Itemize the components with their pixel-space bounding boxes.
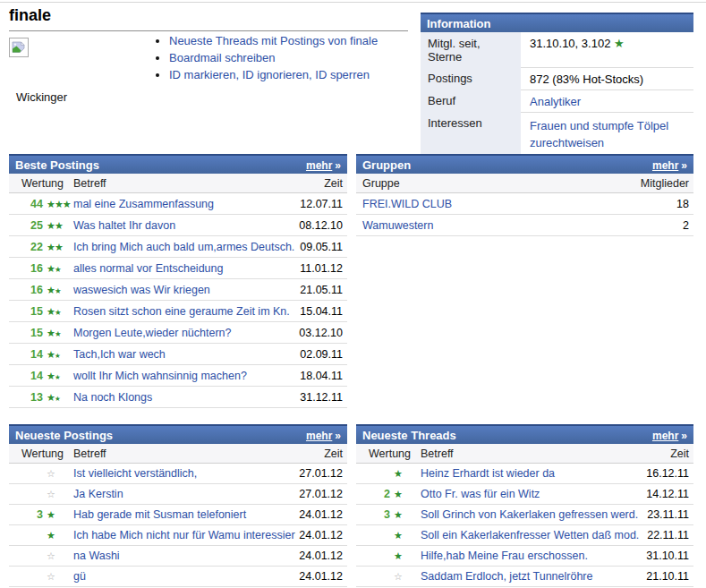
neueste-threads-table: Wertung Betreff Zeit ★ Heinz Erhardt ist… xyxy=(356,444,693,587)
information-panel: Information Mitgl. seit, Sterne 31.10.10… xyxy=(421,13,693,156)
rating-stars-icon: ★ xyxy=(43,508,55,521)
rating-value: 2 xyxy=(356,488,390,500)
subject-link[interactable]: Na noch Klongs xyxy=(73,391,152,404)
subject-link[interactable]: Ich bring Mich auch bald um,armes Deutsc… xyxy=(73,241,294,253)
column-header-wertung: Wertung xyxy=(9,444,72,464)
table-row: 16★★ alles normal vor Entscheidung 11.01… xyxy=(9,258,347,279)
column-header-betreff: Betreff xyxy=(72,174,295,193)
table-row: ★ Ich habe Mich nicht nur für Wamu inter… xyxy=(9,525,347,546)
table-row: 16★★ waswesich was Wir kriegen 21.05.11 xyxy=(9,279,347,301)
panel-title: Beste Postings xyxy=(15,158,99,172)
table-row: Postings 872 (83% Hot-Stocks) xyxy=(421,67,693,89)
rating-value: 15 xyxy=(9,327,43,339)
page-title: finale xyxy=(9,6,51,25)
post-date: 31.10.11 xyxy=(642,546,693,567)
subject-link[interactable]: Heinz Erhardt ist wieder da xyxy=(421,467,555,480)
column-header-wertung: Wertung xyxy=(9,174,72,193)
double-chevron-icon: » xyxy=(681,430,687,442)
post-date: 31.12.11 xyxy=(295,387,347,408)
double-chevron-icon: » xyxy=(335,159,341,172)
more-link[interactable]: mehr» xyxy=(306,429,341,442)
subject-link[interactable]: Ja Kerstin xyxy=(73,488,123,500)
list-item: ID markieren, ID ignorieren, ID sperren xyxy=(169,69,378,81)
subject-link[interactable]: Ich habe Mich nicht nur für Wamu interes… xyxy=(73,529,295,541)
interessen-link[interactable]: Frauen und stumpfe Tölpel zurechtweisen xyxy=(530,119,668,149)
subject-link[interactable]: Hab gerade mit Susman telefoniert xyxy=(73,508,246,521)
table-row: ☆ gü 24.01.12 xyxy=(9,567,347,587)
info-label: Mitgl. seit, Sterne xyxy=(421,32,521,67)
gruppen-panel: Gruppen mehr» Gruppe Mitglieder FREI.WIL… xyxy=(356,154,693,236)
rating-stars-icon: ★★ xyxy=(43,327,61,339)
more-link[interactable]: mehr» xyxy=(306,158,341,172)
post-date: 24.01.12 xyxy=(295,567,347,587)
info-value: 31.10.10, 3.102 ★ xyxy=(521,32,693,67)
subject-link[interactable]: Soll ein Kakerlakenfresser Wetten daß mo… xyxy=(421,529,639,541)
subject-link[interactable]: waswesich was Wir kriegen xyxy=(73,284,210,296)
rating-stars-icon: ★★ xyxy=(43,370,60,382)
table-row: 14★★ Tach,Ich war wech 02.09.11 xyxy=(9,344,347,365)
table-row: 14★★ wollt Ihr Mich wahnsinnig machen? 1… xyxy=(9,365,347,387)
rating-stars-icon: ★★★ xyxy=(43,198,71,210)
beruf-link[interactable]: Analytiker xyxy=(530,95,581,108)
panel-header: Information xyxy=(421,13,693,32)
more-link[interactable]: mehr» xyxy=(652,158,687,172)
subject-link[interactable]: Hilfe,hab Meine Frau erschossen. xyxy=(421,550,588,562)
rating-stars-icon: ☆ xyxy=(43,467,55,480)
rating-stars-icon: ★ xyxy=(390,529,402,541)
panel-title: Information xyxy=(427,17,491,30)
group-link[interactable]: FREI.WILD CLUB xyxy=(362,198,452,210)
beste-postings-panel: Beste Postings mehr» Wertung Betreff Zei… xyxy=(9,154,347,408)
subject-link[interactable]: Soll Grinch von Kakerlaken gefressen wer… xyxy=(421,508,638,521)
information-table: Mitgl. seit, Sterne 31.10.10, 3.102 ★ Po… xyxy=(421,32,693,156)
table-row: ☆ na Washi 24.01.12 xyxy=(9,546,347,567)
list-item: Neueste Threads mit Postings von finale xyxy=(169,35,378,47)
info-value: Analytiker xyxy=(521,89,693,112)
subject-link[interactable]: Was haltet Ihr davon xyxy=(73,219,175,232)
link-id-actions[interactable]: ID markieren, ID ignorieren, ID sperren xyxy=(169,68,370,81)
group-link[interactable]: Wamuwestern xyxy=(362,219,433,232)
subject-link[interactable]: Morgen Leute,wieder nüchtern? xyxy=(73,327,232,339)
neueste-threads-panel: Neueste Threads mehr» Wertung Betreff Ze… xyxy=(356,424,693,587)
post-date: 15.04.11 xyxy=(295,301,347,322)
rating-stars-icon: ★★ xyxy=(43,241,63,253)
link-boardmail-schreiben[interactable]: Boardmail schreiben xyxy=(169,51,276,64)
table-row: 2★ Otto Fr. was für ein Witz 14.12.11 xyxy=(356,484,693,505)
table-header-row: Gruppe Mitglieder xyxy=(356,174,693,193)
subject-link[interactable]: mal eine Zusammenfassung xyxy=(73,198,214,210)
panel-header: Neueste Threads mehr» xyxy=(356,424,693,444)
gruppen-table: Gruppe Mitglieder FREI.WILD CLUB 18 Wamu… xyxy=(356,174,693,236)
rating-stars-icon: ☆ xyxy=(43,550,55,562)
column-header-zeit: Zeit xyxy=(295,174,347,193)
rating-stars-icon: ★ xyxy=(390,488,402,500)
post-date: 09.05.11 xyxy=(295,236,347,258)
rating-value: 15 xyxy=(9,305,43,318)
post-date: 24.01.12 xyxy=(295,525,347,546)
post-date: 24.01.12 xyxy=(295,546,347,567)
subject-link[interactable]: Ist vielleicht verständlich, xyxy=(73,467,197,480)
subject-link[interactable]: Tach,Ich war wech xyxy=(73,348,166,361)
rating-value: 3 xyxy=(9,508,43,521)
rating-stars-icon: ★★ xyxy=(43,348,60,361)
rating-value: 16 xyxy=(9,262,43,275)
post-date: 16.12.11 xyxy=(642,464,693,484)
subject-link[interactable]: alles normal vor Entscheidung xyxy=(73,262,223,275)
subject-link[interactable]: wollt Ihr Mich wahnsinnig machen? xyxy=(73,370,247,382)
rating-stars-icon: ★ xyxy=(390,550,402,562)
column-header-zeit: Zeit xyxy=(295,444,347,464)
top-divider xyxy=(0,2,706,3)
profile-page: finale Neueste Threads mit Postings von … xyxy=(0,0,706,588)
table-row: 22★★ Ich bring Mich auch bald um,armes D… xyxy=(9,236,347,258)
subject-link[interactable]: Rosen sitzt schon eine geraume Zeit im K… xyxy=(73,305,290,318)
subject-link[interactable]: na Washi xyxy=(73,550,120,562)
post-date: 08.12.10 xyxy=(295,215,347,236)
post-date: 24.01.12 xyxy=(295,505,347,525)
post-date: 18.04.11 xyxy=(295,365,347,387)
subject-link[interactable]: gü xyxy=(73,570,86,583)
column-header-gruppe: Gruppe xyxy=(356,174,631,193)
member-since-value: 31.10.10, 3.102 xyxy=(530,37,610,50)
more-link[interactable]: mehr» xyxy=(652,429,687,442)
link-neueste-threads-von-user[interactable]: Neueste Threads mit Postings von finale xyxy=(169,34,378,47)
subject-link[interactable]: Otto Fr. was für ein Witz xyxy=(421,488,540,500)
subject-link[interactable]: Saddam Erdloch, jetzt Tunnelröhre xyxy=(421,570,592,583)
rating-stars-icon: ★ xyxy=(390,508,402,521)
